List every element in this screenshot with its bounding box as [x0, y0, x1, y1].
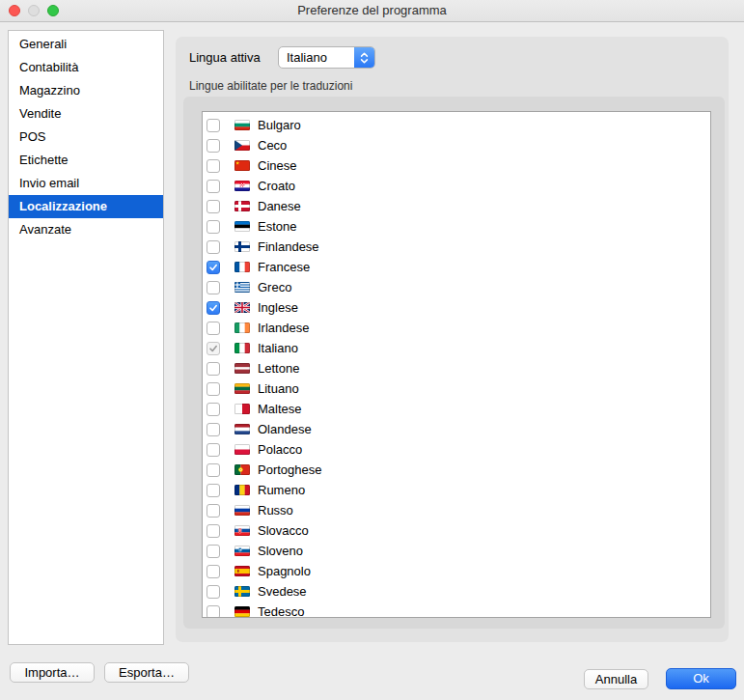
language-checkbox-maltese[interactable]	[207, 403, 220, 416]
language-checkbox-finlandese[interactable]	[207, 240, 220, 254]
language-row-lituano[interactable]: Lituano	[203, 378, 710, 399]
sidebar-item-label: Invio email	[19, 176, 79, 190]
flag-icon-lithuania	[234, 383, 250, 394]
language-checkbox-estone[interactable]	[207, 220, 220, 234]
language-row-italiano[interactable]: Italiano	[203, 338, 710, 358]
language-checkbox-danese[interactable]	[207, 200, 220, 213]
flag-icon-portugal	[234, 464, 250, 475]
language-row-francese[interactable]: Francese	[203, 257, 710, 277]
sidebar-item-label: Avanzate	[19, 222, 71, 237]
ok-button[interactable]: Ok	[666, 668, 736, 689]
sidebar-item-label: Localizzazione	[19, 199, 107, 213]
language-checkbox-cinese[interactable]	[207, 159, 220, 173]
language-label: Polacco	[258, 442, 302, 457]
sidebar-item-invio-email[interactable]: Invio email	[9, 172, 163, 195]
language-row-inglese[interactable]: Inglese	[203, 297, 710, 318]
language-row-russo[interactable]: Russo	[203, 500, 710, 520]
sidebar-item-contabilità[interactable]: Contabilità	[9, 56, 163, 79]
zoom-button[interactable]	[47, 5, 59, 16]
language-row-polacco[interactable]: Polacco	[203, 439, 710, 460]
flag-icon-slovenia	[234, 546, 250, 556]
sidebar-item-pos[interactable]: POS	[9, 126, 163, 149]
sidebar-item-magazzino[interactable]: Magazzino	[9, 79, 163, 102]
language-checkbox-sloveno[interactable]	[207, 545, 220, 558]
language-checkbox-francese[interactable]	[207, 261, 220, 274]
sidebar-item-label: Etichette	[19, 153, 69, 167]
titlebar[interactable]: Preferenze del programma	[0, 0, 744, 22]
language-checkbox-greco[interactable]	[207, 281, 220, 294]
flag-icon-sweden	[234, 586, 250, 597]
language-label: Slovacco	[258, 523, 309, 538]
close-button[interactable]	[9, 5, 20, 16]
language-checkbox-croato[interactable]	[207, 180, 220, 193]
language-row-estone[interactable]: Estone	[203, 216, 710, 237]
language-checkbox-irlandese[interactable]	[207, 322, 220, 335]
language-label: Ceco	[258, 138, 287, 153]
sidebar-item-avanzate[interactable]: Avanzate	[9, 218, 163, 241]
language-row-olandese[interactable]: Olandese	[203, 419, 710, 439]
language-row-rumeno[interactable]: Rumeno	[203, 480, 710, 500]
language-checkbox-polacco[interactable]	[207, 443, 220, 457]
sidebar-item-label: Generali	[19, 37, 67, 51]
export-button[interactable]: Esporta…	[104, 662, 189, 683]
language-label: Svedese	[258, 584, 307, 599]
language-row-portoghese[interactable]: Portoghese	[203, 460, 710, 480]
flag-icon-poland	[234, 444, 250, 455]
language-row-bulgaro[interactable]: Bulgaro	[203, 115, 710, 135]
language-checkbox-tedesco[interactable]	[207, 605, 220, 619]
language-checkbox-ceco[interactable]	[207, 139, 220, 153]
language-checkbox-russo[interactable]	[207, 504, 220, 518]
language-checkbox-svedese[interactable]	[207, 585, 220, 599]
language-checkbox-inglese[interactable]	[207, 301, 220, 315]
language-row-tedesco[interactable]: Tedesco	[203, 602, 710, 618]
language-checkbox-portoghese[interactable]	[207, 463, 220, 477]
minimize-button[interactable]	[28, 5, 40, 16]
language-checkbox-lituano[interactable]	[207, 382, 220, 396]
language-row-maltese[interactable]: Maltese	[203, 399, 710, 419]
sidebar-item-vendite[interactable]: Vendite	[9, 102, 163, 126]
traffic-lights	[9, 5, 59, 16]
language-row-slovacco[interactable]: Slovacco	[203, 520, 710, 541]
sidebar-item-generali[interactable]: Generali	[9, 33, 163, 56]
language-row-croato[interactable]: Croato	[203, 176, 710, 196]
language-row-greco[interactable]: Greco	[203, 277, 710, 297]
language-row-sloveno[interactable]: Sloveno	[203, 541, 710, 561]
language-checkbox-lettone[interactable]	[207, 362, 220, 376]
language-checkbox-slovacco[interactable]	[207, 524, 220, 538]
cancel-button[interactable]: Annulla	[584, 669, 648, 689]
language-checkbox-olandese[interactable]	[207, 423, 220, 436]
language-row-spagnolo[interactable]: Spagnolo	[203, 561, 710, 581]
language-label: Maltese	[258, 402, 302, 416]
language-label: Spagnolo	[258, 564, 311, 578]
language-label: Finlandese	[258, 239, 319, 254]
language-row-danese[interactable]: Danese	[203, 196, 710, 216]
flag-icon-finland	[234, 241, 250, 252]
language-row-irlandese[interactable]: Irlandese	[203, 318, 710, 338]
flag-icon-slovakia	[234, 525, 250, 536]
flag-icon-greece	[234, 282, 250, 293]
sidebar-item-label: Contabilità	[19, 60, 78, 74]
import-button[interactable]: Importa…	[10, 662, 95, 683]
language-label: Rumeno	[258, 483, 305, 497]
flag-icon-china	[234, 160, 250, 171]
language-row-svedese[interactable]: Svedese	[203, 581, 710, 602]
language-label: Italiano	[258, 341, 298, 355]
active-language-value: Italiano	[287, 47, 327, 68]
language-checkbox-bulgaro[interactable]	[207, 119, 220, 132]
active-language-label: Lingua attiva	[189, 50, 261, 65]
language-label: Croato	[258, 179, 295, 193]
language-label: Olandese	[258, 422, 312, 436]
language-checkbox-spagnolo[interactable]	[207, 565, 220, 578]
flag-icon-germany	[234, 606, 250, 617]
language-checkbox-rumeno[interactable]	[207, 484, 220, 497]
language-row-lettone[interactable]: Lettone	[203, 358, 710, 378]
language-row-ceco[interactable]: Ceco	[203, 135, 710, 155]
language-label: Lettone	[258, 361, 299, 376]
active-language-select[interactable]: Italiano	[278, 46, 375, 69]
sidebar-item-localizzazione[interactable]: Localizzazione	[9, 195, 163, 218]
flag-icon-latvia	[234, 363, 250, 374]
sidebar-item-etichette[interactable]: Etichette	[9, 149, 163, 172]
language-row-cinese[interactable]: Cinese	[203, 155, 710, 176]
language-label: Bulgaro	[258, 118, 301, 132]
language-row-finlandese[interactable]: Finlandese	[203, 237, 710, 257]
